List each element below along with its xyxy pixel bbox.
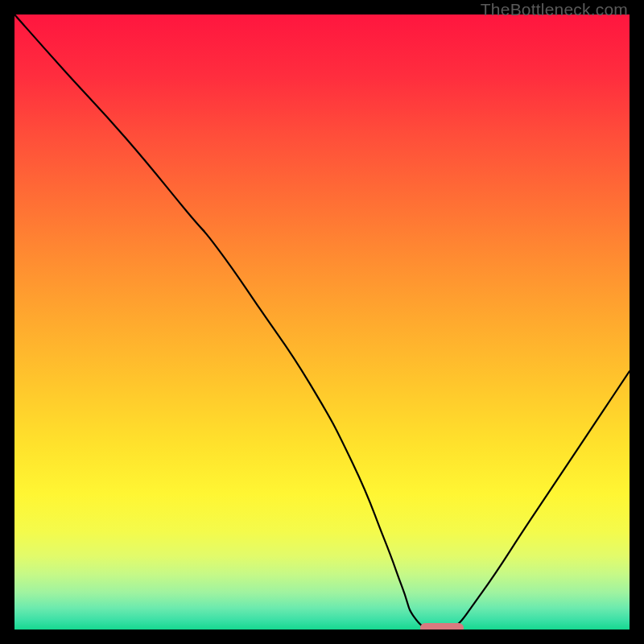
optimal-marker <box>420 623 463 630</box>
bottleneck-curve <box>14 14 630 630</box>
chart-frame: TheBottleneck.com <box>0 0 644 644</box>
watermark-text: TheBottleneck.com <box>481 0 628 19</box>
plot-area <box>14 14 630 630</box>
